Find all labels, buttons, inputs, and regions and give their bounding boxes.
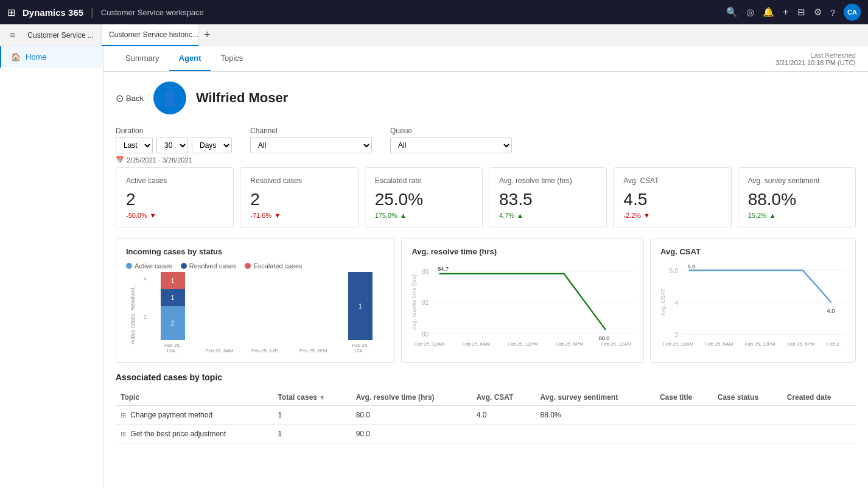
svg-text:5.0: 5.0 [670,267,679,274]
svg-text:80.0: 80.0 [599,335,610,341]
bar-segment-escalated: 1 [161,272,185,289]
agent-header: ⊙ Back 👤 Wilfried Moser [116,82,856,114]
col-avg-csat: Avg. CSAT [472,389,536,406]
hamburger-menu[interactable]: ≡ [5,30,20,41]
col-avg-survey-sentiment: Avg. survey sentiment [536,389,655,406]
expand-icon-1[interactable]: ⊞ [121,430,126,437]
col-case-title: Case title [655,389,713,406]
user-avatar[interactable]: CA [844,4,861,21]
sidebar-home-label: Home [26,52,47,61]
target-icon[interactable]: ◎ [746,7,754,18]
stacked-bar-3 [301,277,326,346]
kpi-escalated-rate: Escalated rate 25.0% 175.0% ▲ [365,167,483,228]
resolve-x-labels: Feb 25, 12AM Feb 25, 6AM Feb 25, 12PM Fe… [411,341,634,347]
bar-group-0: 1 1 2 Feb 25, 12A... [153,272,192,354]
kpi-value-0: 2 [126,190,223,209]
back-button[interactable]: ⊙ Back [116,92,144,104]
cell-date-0 [782,406,856,425]
trend-arrow-1: ▼ [274,212,281,219]
search-icon[interactable]: 🔍 [726,7,738,18]
plus-icon[interactable]: + [783,6,789,18]
col-created-date: Created date [782,389,856,406]
kpi-value-3: 83.5 [499,190,597,209]
top-nav-right: 🔍 ◎ 🔔 + ⊟ ⚙ ? CA [726,4,861,21]
table-row-0: ⊞ Change payment method 1 80.0 4.0 88.0% [116,406,856,425]
trend-arrow-2: ▲ [400,212,407,219]
legend-active: Active cases [126,262,172,270]
bars-container: 1 1 2 Feb 25, 12A... Feb 25, 6AM [148,274,385,354]
filters-row: Duration Last 30 Days 📅 2/25/2021 - 3/26… [116,127,856,164]
bar-segment-resolved: 1 [161,289,185,306]
tab-agent[interactable]: Agent [169,46,211,71]
channel-select[interactable]: All [250,138,372,153]
kpi-value-1: 2 [250,190,348,209]
help-icon[interactable]: ? [830,7,835,18]
svg-text:2: 2 [674,331,678,338]
kpi-value-4: 4.5 [623,190,721,209]
cell-csat-0: 4.0 [472,406,536,425]
sidebar: 🏠 Home [0,46,103,488]
bell-icon[interactable]: 🔔 [763,7,774,18]
bar-group-4: 1 Feb 26, 12A... [340,272,380,354]
tab-topics[interactable]: Topics [211,46,253,71]
tab-bar: ≡ Customer Service ... Customer Service … [0,24,868,46]
queue-filter: Queue All [390,127,512,164]
bar-group-2: Feb 25, 12P... [247,277,286,354]
cell-resolve-0: 80.0 [351,406,472,425]
cell-sentiment-0: 88.0% [536,406,655,425]
resolve-chart-area: 85 82 80 Avg. resolve time (hrs) 84.7 80… [411,262,634,341]
app-grid-icon[interactable]: ⊞ [7,7,15,18]
tab-customer-service[interactable]: Customer Service ... [20,24,102,46]
kpi-title-4: Avg. CSAT [623,176,721,185]
filter-icon[interactable]: ⊟ [797,7,805,18]
csat-x-labels: Feb 25, 12AM Feb 25, 6AM Feb 25, 12PM Fe… [660,341,845,347]
trend-arrow-5: ▲ [769,212,776,219]
stacked-bar-0: 1 1 2 [161,272,185,340]
sort-icon-total-cases[interactable]: ▼ [319,394,325,401]
brand-name: Dynamics 365 [23,7,83,18]
add-tab-button[interactable]: + [199,29,215,41]
csat-line-chart: 5.0 4 2 Avg. CSAT 5.0 4.0 [660,262,845,335]
channel-label: Channel [250,127,372,135]
expand-icon-0[interactable]: ⊞ [121,411,126,419]
kpi-value-2: 25.0% [375,190,472,209]
incoming-cases-chart: Incoming cases by status Active cases Re… [116,238,395,363]
svg-text:84.7: 84.7 [438,266,449,272]
legend-dot-resolved [181,263,187,269]
agent-name: Wilfried Moser [196,90,288,106]
duration-label: Duration [116,127,232,135]
legend-dot-escalated [245,263,251,269]
avg-resolve-time-chart: Avg. resolve time (hrs) 85 82 80 Avg. re… [401,238,644,363]
duration-number-select[interactable]: 30 [156,138,188,153]
last-refreshed: Last Refreshed 3/21/2021 10:18 PM (UTC) [775,52,856,66]
kpi-cards-row: Active cases 2 -50.0% ▼ Resolved cases 2… [116,167,856,228]
sidebar-item-home[interactable]: 🏠 Home [0,46,103,68]
content-area: ⊙ Back 👤 Wilfried Moser Duration Last 30 [103,72,868,453]
avg-csat-chart-title: Avg. CSAT [660,247,845,256]
svg-text:4.0: 4.0 [827,308,835,314]
cell-status-0 [713,406,782,425]
main-content: Summary Agent Topics Last Refreshed 3/21… [103,46,868,488]
cell-csat-1 [472,425,536,444]
csat-chart-area: 5.0 4 2 Avg. CSAT 5.0 4.0 [660,262,845,341]
kpi-value-5: 88.0% [748,190,845,209]
queue-select[interactable]: All [390,138,512,153]
kpi-title-1: Resolved cases [250,176,348,185]
associated-cases-table: Topic Total cases ▼ Avg. resolve time (h… [116,389,856,444]
tab-summary[interactable]: Summary [116,46,169,71]
gear-icon[interactable]: ⚙ [814,7,822,18]
y-axis-numbers: 4 2 [139,274,148,354]
svg-text:Avg. resolve time (hrs): Avg. resolve time (hrs) [411,274,417,330]
legend-dot-active [126,263,132,269]
cell-total-1: 1 [273,425,351,444]
duration-unit-select[interactable]: Days [192,138,232,153]
kpi-resolved-cases: Resolved cases 2 -71.6% ▼ [240,167,358,228]
duration-period-select[interactable]: Last [116,138,153,153]
bar-chart-area: Active cases, Resolved... 4 2 1 1 [126,274,385,354]
agent-avatar: 👤 [153,82,186,114]
back-arrow-icon: ⊙ [116,92,124,104]
table-row-1: ⊞ Get the best price adjustment 1 90.0 [116,425,856,444]
bar-group-3: Feb 25, 6PM [293,277,333,354]
tab-label-1: Customer Service ... [27,31,94,40]
tab-historic[interactable]: Customer Service historic... ✕ [102,24,199,46]
